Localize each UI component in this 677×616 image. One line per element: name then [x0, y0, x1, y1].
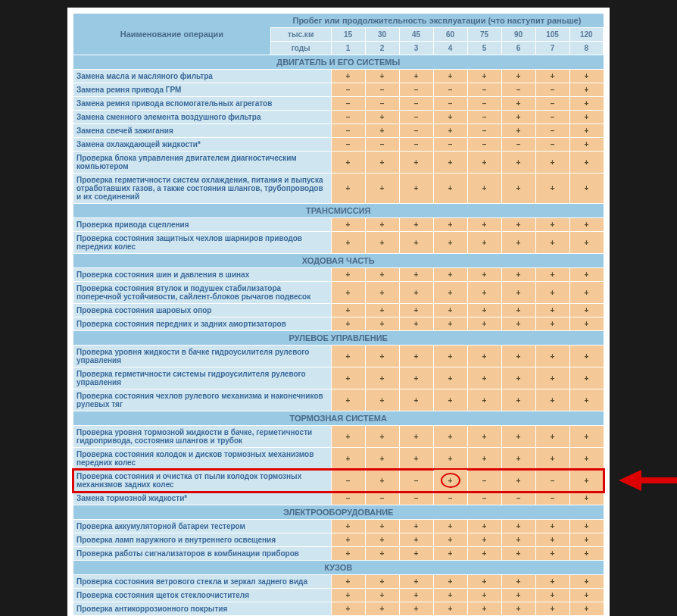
schedule-cell: + [331, 426, 365, 448]
schedule-cell: + [433, 152, 467, 174]
schedule-cell: + [433, 111, 467, 124]
schedule-cell: + [569, 589, 604, 602]
schedule-cell: + [535, 232, 569, 254]
schedule-cell: + [467, 317, 501, 331]
section-header: ХОДОВАЯ ЧАСТЬ [73, 254, 604, 268]
schedule-cell: + [467, 232, 501, 254]
schedule-cell: + [501, 589, 535, 602]
schedule-cell: + [569, 282, 604, 304]
schedule-cell: + [535, 152, 569, 174]
schedule-cell: – [399, 83, 433, 97]
schedule-cell: + [569, 218, 604, 232]
table-row: Проверка уровня тормозной жидкости в бач… [73, 426, 604, 448]
schedule-cell: + [501, 97, 535, 111]
schedule-cell: – [467, 492, 501, 505]
schedule-cell: – [467, 97, 501, 111]
pointer-arrow-icon [619, 471, 678, 492]
schedule-cell: – [365, 138, 399, 152]
schedule-cell: – [331, 470, 365, 492]
schedule-cell: + [331, 547, 365, 561]
schedule-cell: + [433, 367, 467, 389]
km-val: 120 [569, 28, 604, 42]
schedule-cell: + [365, 533, 399, 547]
schedule-cell: + [467, 304, 501, 317]
schedule-cell: + [569, 83, 604, 97]
table-row: Замена масла и масляного фильтра++++++++ [73, 70, 604, 83]
schedule-cell: + [569, 268, 604, 282]
table-row: Проверка состояния передних и задних амо… [73, 317, 604, 331]
schedule-cell: + [569, 346, 604, 367]
table-row: Проверка состояния колодок и дисков торм… [73, 448, 604, 470]
schedule-cell: + [331, 152, 365, 174]
schedule-cell: + [433, 602, 467, 616]
schedule-cell: + [467, 282, 501, 304]
operation-name: Замена тормозной жидкости* [73, 492, 331, 505]
schedule-cell: + [365, 268, 399, 282]
schedule-cell: + [399, 589, 433, 602]
schedule-cell: + [365, 426, 399, 448]
schedule-cell: + [501, 111, 535, 124]
schedule-cell: + [331, 533, 365, 547]
schedule-cell: + [569, 111, 604, 124]
schedule-cell: + [365, 218, 399, 232]
section-header: ТРАНСМИССИЯ [73, 204, 604, 218]
operation-name: Замена ремня привода ГРМ [73, 83, 331, 97]
table-row: Замена свечей зажигания–+–+–+–+ [73, 124, 604, 138]
schedule-cell: + [365, 346, 399, 367]
operation-name: Проверка состояния передних и задних амо… [73, 317, 331, 331]
operation-name: Проверка аккумуляторной батареи тестером [73, 520, 331, 533]
schedule-cell: + [569, 317, 604, 331]
schedule-cell: + [433, 174, 467, 204]
schedule-cell: – [399, 124, 433, 138]
schedule-cell: + [365, 547, 399, 561]
km-val: 90 [501, 28, 535, 42]
schedule-cell: + [467, 426, 501, 448]
schedule-cell: + [399, 282, 433, 304]
schedule-cell: + [535, 448, 569, 470]
schedule-cell: + [569, 602, 604, 616]
schedule-cell: – [535, 124, 569, 138]
schedule-cell: + [501, 448, 535, 470]
schedule-cell: + [399, 152, 433, 174]
schedule-cell: + [433, 70, 467, 83]
schedule-cell: + [467, 152, 501, 174]
schedule-cell: + [535, 174, 569, 204]
schedule-cell: + [365, 470, 399, 492]
schedule-cell: + [501, 317, 535, 331]
year-val: 5 [467, 42, 501, 55]
schedule-cell: + [331, 218, 365, 232]
operation-name: Проверка герметичности систем охлаждения… [73, 174, 331, 204]
operation-name: Проверка состояния чехлов рулевого механ… [73, 389, 331, 411]
table-row: Проверка состояния щеток стеклоочистител… [73, 589, 604, 602]
schedule-cell: – [535, 492, 569, 505]
schedule-cell: + [365, 389, 399, 411]
section-header: ЭЛЕКТРООБОРУДОВАНИЕ [73, 505, 604, 520]
operation-name: Замена масла и масляного фильтра [73, 70, 331, 83]
schedule-cell: + [331, 575, 365, 589]
schedule-cell: + [535, 520, 569, 533]
schedule-cell: + [399, 174, 433, 204]
schedule-cell: + [501, 346, 535, 367]
schedule-cell: + [331, 389, 365, 411]
schedule-cell: + [501, 70, 535, 83]
schedule-cell: + [467, 520, 501, 533]
schedule-cell: + [501, 124, 535, 138]
schedule-cell: + [331, 448, 365, 470]
schedule-cell: + [399, 520, 433, 533]
table-row: Проверка состояния чехлов рулевого механ… [73, 389, 604, 411]
schedule-cell: + [467, 367, 501, 389]
schedule-cell: + [467, 589, 501, 602]
schedule-cell: + [535, 70, 569, 83]
operation-name: Проверка состояния шин и давления в шина… [73, 268, 331, 282]
schedule-cell: + [467, 346, 501, 367]
schedule-cell: + [535, 547, 569, 561]
schedule-cell: + [501, 174, 535, 204]
schedule-cell: + [399, 389, 433, 411]
schedule-cell: + [535, 389, 569, 411]
schedule-cell: + [569, 232, 604, 254]
schedule-cell: + [569, 138, 604, 152]
schedule-cell: – [331, 111, 365, 124]
schedule-cell: + [467, 268, 501, 282]
schedule-cell: + [535, 304, 569, 317]
schedule-cell: + [433, 282, 467, 304]
